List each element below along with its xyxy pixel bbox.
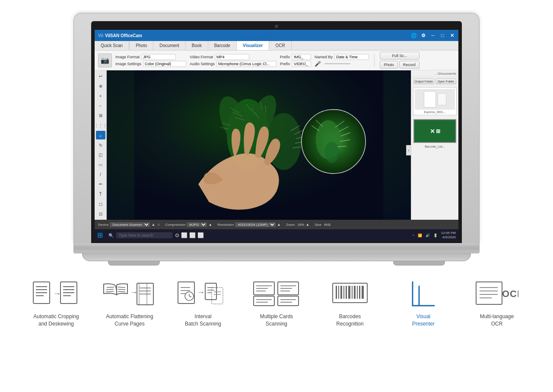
tab-photo[interactable]: Photo [130, 41, 153, 50]
battery-icon[interactable]: 🔋 [433, 234, 438, 237]
feature-multi-cards-label: Multiple CardsScanning [260, 313, 293, 328]
taskbar-icon-3[interactable]: ⬜ [189, 232, 196, 238]
tab-ocr[interactable]: OCR [269, 41, 291, 50]
prefix-input[interactable] [292, 54, 311, 60]
fullscreen-button[interactable]: Full Sc... [380, 52, 420, 60]
svg-rect-86 [338, 286, 339, 299]
compression-select[interactable]: MJPG [187, 222, 207, 227]
device-label: Device [98, 223, 108, 227]
output-folder-button[interactable]: Output Folder [413, 79, 434, 84]
tab-quick-scan[interactable]: Quick Scan [95, 41, 129, 50]
thumbnail-2[interactable]: ✕ ⊞ [413, 119, 456, 143]
video-prefix-input[interactable] [292, 61, 311, 67]
image-format-select[interactable]: JPG [141, 54, 176, 60]
device-select[interactable]: Document Scanner [110, 222, 150, 227]
maximize-button[interactable]: □ [439, 32, 445, 38]
minimize-button[interactable]: ─ [430, 32, 436, 38]
close-button[interactable]: ✕ [449, 32, 455, 38]
rect-btn[interactable]: ▭ [96, 161, 105, 169]
line-btn[interactable]: / [96, 170, 105, 179]
toolbar-action-buttons: Full Sc... Photo Record [380, 52, 420, 69]
tab-document[interactable]: Document [153, 41, 186, 50]
tab-visualizer[interactable]: Visualizer [237, 41, 270, 50]
resolution-select[interactable]: 4032X3024 (12MP) [235, 222, 276, 227]
feature-ocr-icon-area: OCR [475, 278, 518, 309]
search-btn[interactable]: ⌕ [96, 131, 105, 139]
tool-btn-1[interactable]: ⊕ [96, 82, 105, 91]
multi-cards-icon [253, 280, 300, 308]
image-settings-select[interactable]: Color (Original) [143, 61, 186, 67]
taskbar: ⊞ 🔍 ⊙ ⬜ ⬜ ⬜ ^ [95, 229, 458, 241]
laptop: Vii ViISAN OfficeCam 🌐 ⚙ ─ □ ✕ [73, 13, 480, 266]
taskbar-icon-2[interactable]: ⬜ [181, 232, 188, 238]
svg-line-43 [107, 287, 114, 288]
undo-btn[interactable]: ↩ [96, 72, 105, 81]
zoom-in-btn[interactable]: + [96, 92, 105, 100]
laptop-base [82, 253, 471, 261]
feature-auto-crop-icon-area: → [32, 278, 80, 309]
audio-slider[interactable] [324, 63, 350, 64]
eraser-btn[interactable]: ◻ [96, 200, 105, 209]
device-expand-icon[interactable]: ▲ [151, 222, 155, 227]
resolution-expand-icon[interactable]: ▲ [277, 222, 281, 227]
toolbar-named-by: Named By Date & Time 🎤 [315, 54, 369, 67]
taskbar-chevron-icon[interactable]: ^ [413, 234, 414, 237]
video-format-select[interactable]: MP4 [215, 54, 249, 60]
feature-barcodes: BarcodesRecognition [322, 278, 378, 328]
feature-interval-batch: → IntervalBatch Scanning [175, 278, 231, 328]
panel-collapse-button[interactable]: › [406, 145, 411, 155]
feature-auto-flatten-label: Automatic FlatteningCurve Pages [106, 313, 153, 328]
record-button[interactable]: Record [399, 61, 420, 69]
globe-icon[interactable]: 🌐 [411, 32, 417, 38]
svg-line-44 [106, 289, 114, 290]
laptop-wrapper: Vii ViISAN OfficeCam 🌐 ⚙ ─ □ ✕ [0, 0, 553, 266]
video-prefix-field: Prefix [280, 61, 311, 67]
audio-settings-select[interactable]: Microphone (Cirrus Logic Cl... [216, 61, 276, 67]
scan-btn[interactable]: ◫ [96, 151, 105, 159]
filter-btn[interactable]: ⋮⋮⋮ [96, 121, 105, 130]
taskbar-clock[interactable]: 12:05 PM 4/9/2020 [441, 231, 456, 239]
photo-button[interactable]: Photo [380, 61, 398, 69]
network-icon[interactable]: 📶 [418, 234, 422, 237]
feature-visual-presenter-label: VisualPresenter [412, 313, 435, 328]
pencil-btn[interactable]: ✏ [96, 180, 105, 189]
compression-field: Compression MJPG ▲ [165, 222, 212, 227]
resolution-field: Resolution 4032X3024 (12MP) ▲ [217, 222, 281, 227]
zoom-expand-icon[interactable]: ▲ [305, 222, 309, 227]
left-toolbar: ↩ ⊕ + − ⊞ ⋮⋮⋮ ⌕ ↻ ◫ ▭ / [95, 70, 107, 220]
text-btn[interactable]: T [96, 190, 105, 199]
thumbnail-1[interactable]: Express_0001... [413, 87, 457, 115]
compression-expand-icon[interactable]: ▲ [208, 222, 212, 227]
thumbnail-1-preview [415, 89, 455, 110]
title-bar-controls: 🌐 ⚙ ─ □ ✕ [411, 32, 455, 38]
tab-barcode[interactable]: Barcode [208, 41, 237, 50]
volume-icon[interactable]: 🔊 [426, 234, 430, 237]
svg-rect-87 [340, 286, 342, 299]
device-menu-icon[interactable]: ≡ [157, 222, 160, 227]
laptop-feet [73, 261, 480, 266]
gear-icon[interactable]: ⚙ [420, 32, 426, 38]
image-format-field: Image Format JPG [115, 54, 186, 60]
taskbar-search-input[interactable] [116, 232, 172, 238]
right-panel-buttons: Output Folder Open Folder [411, 77, 458, 85]
open-folder-button[interactable]: Open Folder [435, 79, 456, 84]
windows-start-button[interactable]: ⊞ [97, 231, 106, 240]
zoom-value: 28% [297, 223, 304, 227]
tab-book[interactable]: Book [186, 41, 208, 50]
video-format-field: Video Format MP4 [190, 54, 276, 60]
svg-rect-90 [348, 286, 350, 299]
tools-btn[interactable]: ⊞ [96, 111, 105, 120]
taskbar-date-value: 4/9/2020 [442, 235, 456, 240]
rotate-btn[interactable]: ↻ [96, 141, 105, 149]
named-by-select[interactable]: Date & Time [334, 54, 369, 60]
svg-line-48 [118, 291, 125, 292]
copy-btn[interactable]: ⊡ [96, 209, 105, 218]
laptop-screen: Vii ViISAN OfficeCam 🌐 ⚙ ─ □ ✕ [95, 30, 458, 241]
zoom-out-btn[interactable]: − [96, 101, 105, 110]
size-field: Size 6KB [315, 223, 331, 227]
taskbar-icon-4[interactable]: ⬜ [197, 232, 204, 238]
svg-line-46 [118, 287, 125, 288]
taskbar-system-tray: ^ 📶 🔊 🔋 12:05 PM 4/9/2020 [413, 231, 456, 239]
viewer-area [107, 70, 411, 220]
taskbar-icon-1[interactable]: ⊙ [175, 232, 179, 238]
